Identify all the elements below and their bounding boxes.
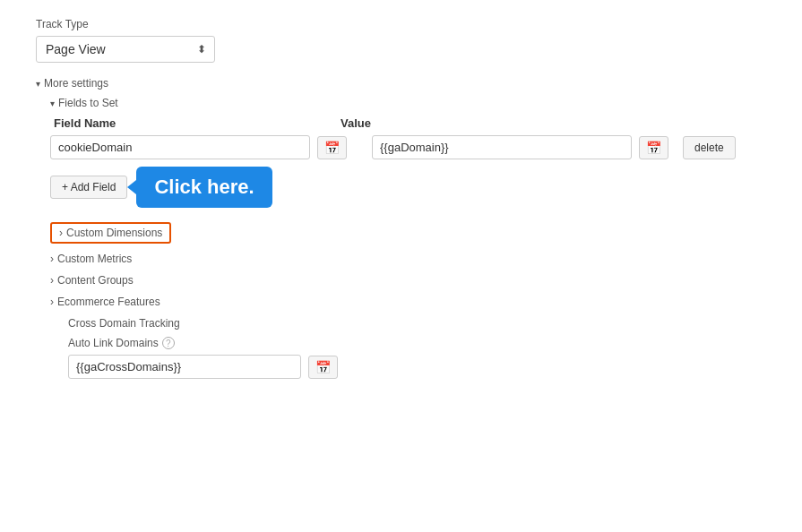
track-type-section: Track Type Page View Event Social Transa… xyxy=(36,18,766,63)
custom-metrics-label: Custom Metrics xyxy=(57,253,132,265)
custom-metrics-section: Custom Metrics xyxy=(50,253,766,265)
auto-link-text: Auto Link Domains xyxy=(68,337,159,349)
custom-dimensions-label: Custom Dimensions xyxy=(66,227,162,239)
track-type-label: Track Type xyxy=(36,18,766,30)
more-settings-label: More settings xyxy=(44,77,108,90)
custom-metrics-header[interactable]: Custom Metrics xyxy=(50,253,766,265)
field-value-input[interactable] xyxy=(372,135,632,159)
field-name-calendar-btn[interactable]: 📅 xyxy=(317,136,347,159)
page-container: Track Type Page View Event Social Transa… xyxy=(0,0,802,406)
calendar-icon-3: 📅 xyxy=(315,360,331,374)
track-type-select-wrapper[interactable]: Page View Event Social Transaction ⬍ xyxy=(36,36,215,63)
auto-link-input[interactable] xyxy=(68,355,301,379)
ecommerce-features-header[interactable]: Ecommerce Features xyxy=(50,296,766,308)
cross-domain-header[interactable]: Cross Domain Tracking xyxy=(65,317,766,330)
custom-dimensions-arrow xyxy=(59,227,63,239)
add-field-button[interactable]: + Add Field xyxy=(50,176,127,199)
content-groups-arrow xyxy=(50,274,54,287)
cross-domain-section: Cross Domain Tracking Auto Link Domains … xyxy=(65,317,766,379)
value-column-header: Value xyxy=(341,116,609,130)
ecommerce-features-section: Ecommerce Features xyxy=(50,296,766,308)
custom-dimensions-section: Custom Dimensions xyxy=(50,222,766,244)
delete-field-button[interactable]: delete xyxy=(683,136,736,159)
content-groups-label: Content Groups xyxy=(57,274,134,287)
field-row: 📅 📅 delete xyxy=(50,135,766,159)
help-icon[interactable]: ? xyxy=(162,337,175,349)
more-settings-section: More settings Fields to Set Field Name V… xyxy=(36,77,766,379)
content-groups-header[interactable]: Content Groups xyxy=(50,274,766,287)
fields-to-set-arrow xyxy=(50,99,55,108)
custom-dimensions-header[interactable]: Custom Dimensions xyxy=(50,222,766,244)
field-value-calendar-btn[interactable]: 📅 xyxy=(639,136,668,159)
click-here-tooltip: Click here. xyxy=(136,167,272,208)
cross-domain-label: Cross Domain Tracking xyxy=(68,317,180,330)
add-field-area: + Add Field Click here. xyxy=(50,167,766,208)
more-settings-header[interactable]: More settings xyxy=(36,77,766,90)
fields-table-header: Field Name Value xyxy=(54,116,766,130)
ecommerce-features-label: Ecommerce Features xyxy=(57,296,160,308)
track-type-select[interactable]: Page View Event Social Transaction xyxy=(36,36,215,63)
fields-to-set-section: Fields to Set Field Name Value 📅 📅 delet… xyxy=(50,97,766,208)
content-groups-section: Content Groups xyxy=(50,274,766,287)
custom-dimensions-box[interactable]: Custom Dimensions xyxy=(50,222,171,244)
auto-link-label: Auto Link Domains ? xyxy=(68,337,766,349)
ecommerce-features-arrow xyxy=(50,296,54,308)
sub-sections: Custom Dimensions Custom Metrics Content… xyxy=(50,222,766,379)
fields-to-set-header[interactable]: Fields to Set xyxy=(50,97,766,109)
fields-to-set-label: Fields to Set xyxy=(58,97,118,109)
calendar-icon-2: 📅 xyxy=(646,141,661,155)
cross-domain-body: Auto Link Domains ? 📅 xyxy=(68,337,766,379)
calendar-icon: 📅 xyxy=(324,141,340,155)
more-settings-arrow xyxy=(36,79,40,89)
field-name-column-header: Field Name xyxy=(54,116,323,130)
custom-metrics-arrow xyxy=(50,253,54,265)
auto-link-calendar-btn[interactable]: 📅 xyxy=(308,356,338,379)
field-name-input[interactable] xyxy=(50,135,310,159)
auto-link-row: 📅 xyxy=(68,355,766,379)
